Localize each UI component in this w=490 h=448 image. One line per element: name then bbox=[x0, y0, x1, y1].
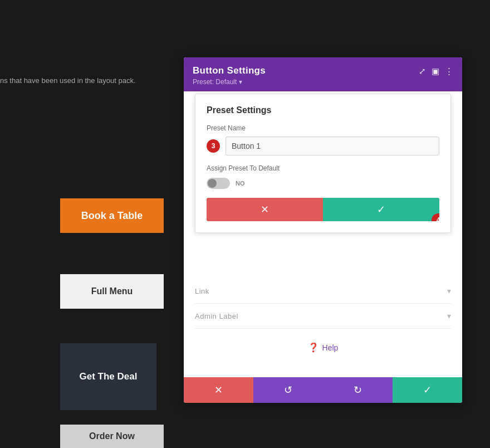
more-options-icon[interactable]: ⋮ bbox=[445, 66, 453, 76]
footer-confirm-button[interactable]: ✓ bbox=[393, 377, 462, 403]
footer-redo-icon: ↻ bbox=[354, 384, 362, 396]
assign-preset-toggle[interactable] bbox=[207, 178, 230, 189]
panel-preset-label[interactable]: Preset: Default ▾ bbox=[193, 78, 266, 86]
help-icon: ❓ bbox=[308, 342, 319, 353]
link-chevron-icon: ▾ bbox=[447, 286, 451, 295]
footer-undo-icon: ↺ bbox=[284, 384, 292, 396]
panel-title: Button Settings bbox=[193, 65, 266, 76]
preset-settings-title: Preset Settings bbox=[207, 105, 439, 115]
preset-name-input[interactable] bbox=[226, 137, 439, 155]
panel-header-left: Button Settings Preset: Default ▾ bbox=[193, 65, 266, 86]
panel-footer: ✕ ↺ ↻ ✓ bbox=[184, 377, 462, 403]
preset-name-row: 3 bbox=[207, 137, 439, 155]
help-label: Help bbox=[322, 343, 339, 352]
admin-label-text: Admin Label bbox=[195, 312, 238, 320]
full-menu-button[interactable]: Full Menu bbox=[60, 274, 164, 309]
preset-number-badge: 3 bbox=[207, 139, 220, 153]
preset-settings-dropdown: Preset Settings Preset Name 3 Assign Pre… bbox=[195, 94, 451, 233]
preset-name-label: Preset Name bbox=[207, 124, 439, 132]
expand-icon[interactable]: ⤢ bbox=[419, 66, 426, 76]
preset-cancel-icon: ✕ bbox=[261, 203, 269, 216]
book-table-button[interactable]: Book a Table bbox=[60, 198, 164, 233]
footer-redo-button[interactable]: ↻ bbox=[323, 377, 393, 403]
footer-undo-button[interactable]: ↺ bbox=[253, 377, 323, 403]
panel-content: Link ▾ Admin Label ▾ ❓ Help bbox=[184, 270, 462, 375]
footer-cancel-button[interactable]: ✕ bbox=[184, 377, 253, 403]
preset-confirm-button[interactable]: ✓ 4 bbox=[323, 198, 439, 221]
toggle-row: NO bbox=[207, 178, 439, 189]
assign-preset-label: Assign Preset To Default bbox=[207, 164, 439, 172]
panel-icon[interactable]: ▣ bbox=[432, 66, 439, 76]
admin-label-section[interactable]: Admin Label ▾ bbox=[195, 304, 451, 329]
preset-action-row: ✕ ✓ 4 bbox=[207, 198, 439, 221]
panel-header: Button Settings Preset: Default ▾ ⤢ ▣ ⋮ bbox=[184, 57, 462, 91]
layout-text: ns that have been used in the layout pac… bbox=[0, 76, 136, 85]
confirm-badge: 4 bbox=[432, 213, 439, 221]
settings-panel: Button Settings Preset: Default ▾ ⤢ ▣ ⋮ … bbox=[184, 57, 462, 403]
panel-header-icons: ⤢ ▣ ⋮ bbox=[419, 66, 453, 76]
order-now-button[interactable]: Order Now bbox=[60, 425, 164, 448]
toggle-no-label: NO bbox=[236, 180, 245, 187]
get-deal-button[interactable]: Get The Deal bbox=[60, 343, 156, 410]
help-row[interactable]: ❓ Help bbox=[195, 329, 451, 366]
footer-cancel-icon: ✕ bbox=[214, 384, 223, 396]
link-section[interactable]: Link ▾ bbox=[195, 279, 451, 304]
footer-confirm-icon: ✓ bbox=[423, 384, 432, 396]
preset-cancel-button[interactable]: ✕ bbox=[207, 198, 323, 221]
preset-confirm-icon: ✓ bbox=[377, 203, 385, 216]
link-label: Link bbox=[195, 287, 209, 295]
admin-label-chevron-icon: ▾ bbox=[447, 311, 451, 320]
